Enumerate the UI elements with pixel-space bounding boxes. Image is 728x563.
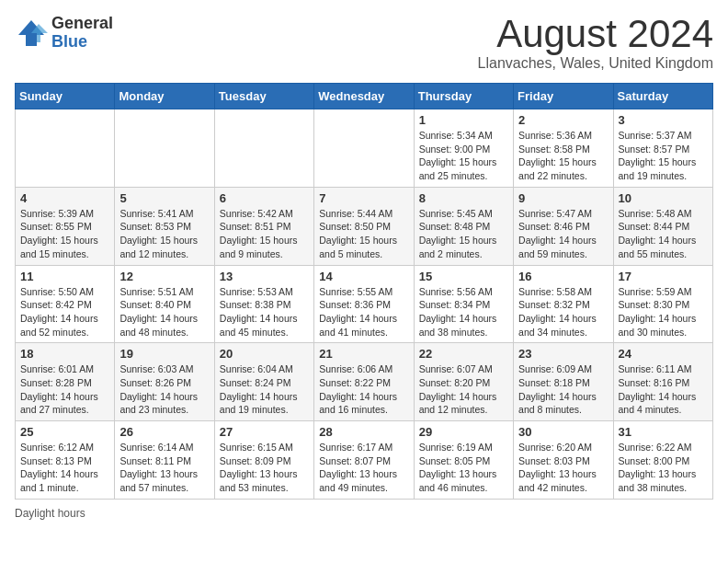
day-info: Sunrise: 6:01 AM Sunset: 8:28 PM Dayligh… bbox=[20, 362, 109, 417]
day-info: Sunrise: 6:19 AM Sunset: 8:05 PM Dayligh… bbox=[419, 441, 508, 495]
calendar-cell bbox=[214, 109, 313, 188]
footer-note: Daylight hours bbox=[15, 507, 713, 520]
weekday-header-thursday: Thursday bbox=[414, 84, 513, 109]
weekday-header-row: SundayMondayTuesdayWednesdayThursdayFrid… bbox=[16, 84, 713, 109]
calendar-cell bbox=[314, 109, 414, 188]
day-number: 4 bbox=[20, 191, 109, 205]
calendar-cell: 6Sunrise: 5:42 AM Sunset: 8:51 PM Daylig… bbox=[214, 187, 313, 265]
daylight-label: Daylight hours bbox=[15, 507, 85, 520]
day-info: Sunrise: 5:59 AM Sunset: 8:30 PM Dayligh… bbox=[619, 285, 708, 339]
day-number: 19 bbox=[119, 347, 209, 361]
calendar-cell: 2Sunrise: 5:36 AM Sunset: 8:58 PM Daylig… bbox=[514, 109, 613, 188]
day-info: Sunrise: 6:04 AM Sunset: 8:24 PM Dayligh… bbox=[220, 362, 309, 417]
day-number: 27 bbox=[220, 425, 309, 439]
day-number: 14 bbox=[319, 270, 408, 283]
day-number: 29 bbox=[419, 425, 508, 439]
day-number: 18 bbox=[20, 347, 109, 361]
day-info: Sunrise: 5:41 AM Sunset: 8:53 PM Dayligh… bbox=[119, 207, 209, 261]
weekday-header-monday: Monday bbox=[115, 84, 214, 109]
day-info: Sunrise: 6:15 AM Sunset: 8:09 PM Dayligh… bbox=[220, 441, 309, 495]
day-number: 6 bbox=[220, 191, 309, 205]
calendar-cell: 11Sunrise: 5:50 AM Sunset: 8:42 PM Dayli… bbox=[16, 265, 115, 343]
day-number: 30 bbox=[518, 425, 608, 439]
day-number: 12 bbox=[119, 270, 209, 283]
calendar-cell: 22Sunrise: 6:07 AM Sunset: 8:20 PM Dayli… bbox=[414, 343, 513, 421]
calendar-cell: 9Sunrise: 5:47 AM Sunset: 8:46 PM Daylig… bbox=[514, 187, 613, 265]
day-number: 3 bbox=[619, 113, 708, 127]
calendar-cell: 23Sunrise: 6:09 AM Sunset: 8:18 PM Dayli… bbox=[514, 343, 613, 421]
calendar-cell: 25Sunrise: 6:12 AM Sunset: 8:13 PM Dayli… bbox=[16, 421, 115, 500]
day-info: Sunrise: 6:17 AM Sunset: 8:07 PM Dayligh… bbox=[319, 441, 408, 495]
calendar-cell: 24Sunrise: 6:11 AM Sunset: 8:16 PM Dayli… bbox=[613, 343, 712, 421]
day-info: Sunrise: 6:11 AM Sunset: 8:16 PM Dayligh… bbox=[619, 362, 708, 417]
day-info: Sunrise: 5:53 AM Sunset: 8:38 PM Dayligh… bbox=[220, 285, 309, 339]
day-info: Sunrise: 5:37 AM Sunset: 8:57 PM Dayligh… bbox=[619, 129, 708, 183]
day-number: 20 bbox=[220, 347, 309, 361]
day-info: Sunrise: 6:14 AM Sunset: 8:11 PM Dayligh… bbox=[119, 441, 209, 495]
day-number: 8 bbox=[419, 191, 508, 205]
calendar-week-2: 4Sunrise: 5:39 AM Sunset: 8:55 PM Daylig… bbox=[16, 187, 713, 265]
calendar-cell: 29Sunrise: 6:19 AM Sunset: 8:05 PM Dayli… bbox=[414, 421, 513, 500]
day-number: 25 bbox=[20, 425, 109, 439]
weekday-header-wednesday: Wednesday bbox=[314, 84, 414, 109]
day-number: 11 bbox=[20, 270, 109, 283]
calendar-cell: 28Sunrise: 6:17 AM Sunset: 8:07 PM Dayli… bbox=[314, 421, 414, 500]
calendar-cell: 3Sunrise: 5:37 AM Sunset: 8:57 PM Daylig… bbox=[613, 109, 712, 188]
logo: General Blue bbox=[15, 15, 113, 52]
calendar-cell: 31Sunrise: 6:22 AM Sunset: 8:00 PM Dayli… bbox=[613, 421, 712, 500]
day-number: 10 bbox=[619, 191, 708, 205]
calendar-cell: 5Sunrise: 5:41 AM Sunset: 8:53 PM Daylig… bbox=[115, 187, 214, 265]
logo-icon bbox=[15, 17, 48, 50]
title-area: August 2024 Llanvaches, Wales, United Ki… bbox=[478, 15, 713, 72]
location-title: Llanvaches, Wales, United Kingdom bbox=[478, 55, 713, 72]
day-number: 31 bbox=[619, 425, 708, 439]
weekday-header-tuesday: Tuesday bbox=[214, 84, 313, 109]
day-info: Sunrise: 5:44 AM Sunset: 8:50 PM Dayligh… bbox=[319, 207, 408, 261]
day-number: 7 bbox=[319, 191, 408, 205]
weekday-header-saturday: Saturday bbox=[613, 84, 712, 109]
calendar-cell: 15Sunrise: 5:56 AM Sunset: 8:34 PM Dayli… bbox=[414, 265, 513, 343]
day-number: 24 bbox=[619, 347, 708, 361]
header: General Blue August 2024 Llanvaches, Wal… bbox=[15, 15, 713, 72]
day-number: 22 bbox=[419, 347, 508, 361]
calendar-week-1: 1Sunrise: 5:34 AM Sunset: 9:00 PM Daylig… bbox=[16, 109, 713, 188]
month-title: August 2024 bbox=[478, 15, 713, 53]
day-number: 16 bbox=[518, 270, 608, 283]
calendar-cell: 7Sunrise: 5:44 AM Sunset: 8:50 PM Daylig… bbox=[314, 187, 414, 265]
day-info: Sunrise: 5:47 AM Sunset: 8:46 PM Dayligh… bbox=[518, 207, 608, 261]
day-info: Sunrise: 5:34 AM Sunset: 9:00 PM Dayligh… bbox=[419, 129, 508, 183]
day-info: Sunrise: 5:51 AM Sunset: 8:40 PM Dayligh… bbox=[119, 285, 209, 339]
day-info: Sunrise: 6:12 AM Sunset: 8:13 PM Dayligh… bbox=[20, 441, 109, 495]
calendar-cell: 30Sunrise: 6:20 AM Sunset: 8:03 PM Dayli… bbox=[514, 421, 613, 500]
day-info: Sunrise: 6:22 AM Sunset: 8:00 PM Dayligh… bbox=[619, 441, 708, 495]
day-number: 5 bbox=[119, 191, 209, 205]
calendar-cell: 10Sunrise: 5:48 AM Sunset: 8:44 PM Dayli… bbox=[613, 187, 712, 265]
calendar-cell: 1Sunrise: 5:34 AM Sunset: 9:00 PM Daylig… bbox=[414, 109, 513, 188]
calendar-cell: 21Sunrise: 6:06 AM Sunset: 8:22 PM Dayli… bbox=[314, 343, 414, 421]
day-number: 21 bbox=[319, 347, 408, 361]
calendar-cell: 16Sunrise: 5:58 AM Sunset: 8:32 PM Dayli… bbox=[514, 265, 613, 343]
day-info: Sunrise: 5:55 AM Sunset: 8:36 PM Dayligh… bbox=[319, 285, 408, 339]
day-info: Sunrise: 5:45 AM Sunset: 8:48 PM Dayligh… bbox=[419, 207, 508, 261]
day-info: Sunrise: 6:03 AM Sunset: 8:26 PM Dayligh… bbox=[119, 362, 209, 417]
day-number: 17 bbox=[619, 270, 708, 283]
calendar-cell: 8Sunrise: 5:45 AM Sunset: 8:48 PM Daylig… bbox=[414, 187, 513, 265]
day-info: Sunrise: 5:50 AM Sunset: 8:42 PM Dayligh… bbox=[20, 285, 109, 339]
day-number: 23 bbox=[518, 347, 608, 361]
day-info: Sunrise: 6:20 AM Sunset: 8:03 PM Dayligh… bbox=[518, 441, 608, 495]
day-info: Sunrise: 5:42 AM Sunset: 8:51 PM Dayligh… bbox=[220, 207, 309, 261]
logo-blue-text: Blue bbox=[51, 33, 113, 52]
day-info: Sunrise: 6:06 AM Sunset: 8:22 PM Dayligh… bbox=[319, 362, 408, 417]
calendar-cell: 19Sunrise: 6:03 AM Sunset: 8:26 PM Dayli… bbox=[115, 343, 214, 421]
day-number: 26 bbox=[119, 425, 209, 439]
day-number: 28 bbox=[319, 425, 408, 439]
day-info: Sunrise: 6:09 AM Sunset: 8:18 PM Dayligh… bbox=[518, 362, 608, 417]
day-number: 13 bbox=[220, 270, 309, 283]
day-number: 2 bbox=[518, 113, 608, 127]
day-info: Sunrise: 5:56 AM Sunset: 8:34 PM Dayligh… bbox=[419, 285, 508, 339]
calendar-cell: 13Sunrise: 5:53 AM Sunset: 8:38 PM Dayli… bbox=[214, 265, 313, 343]
day-info: Sunrise: 5:48 AM Sunset: 8:44 PM Dayligh… bbox=[619, 207, 708, 261]
calendar-cell: 14Sunrise: 5:55 AM Sunset: 8:36 PM Dayli… bbox=[314, 265, 414, 343]
calendar-cell: 20Sunrise: 6:04 AM Sunset: 8:24 PM Dayli… bbox=[214, 343, 313, 421]
day-info: Sunrise: 5:39 AM Sunset: 8:55 PM Dayligh… bbox=[20, 207, 109, 261]
